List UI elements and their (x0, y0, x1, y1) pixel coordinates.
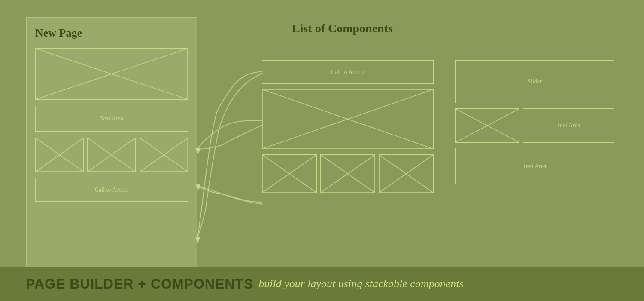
rc-text-area-box: Text Area (455, 148, 614, 184)
rc-half-row: Text Area (455, 108, 614, 143)
mc-img1-wireframe (262, 155, 316, 193)
mc-img2-wireframe (321, 155, 375, 193)
np-img2-wireframe (88, 138, 135, 172)
bottom-bar: PAGE BUILDER + COMPONENTS build your lay… (0, 267, 644, 301)
mc-image-wireframe (262, 89, 433, 149)
np-three-images-row (35, 138, 188, 172)
mc-three-images-row (262, 154, 434, 193)
np-img3-wireframe (140, 138, 188, 172)
np-text-area-box: Text Area (35, 106, 188, 132)
np-image-box (35, 48, 188, 100)
rc-half-text-label: Text Area (557, 122, 580, 129)
middle-column: Call to Action (262, 60, 434, 193)
rc-half-text-box: Text Area (523, 108, 614, 143)
mc-img1 (262, 154, 317, 193)
mc-img3 (379, 154, 434, 193)
mc-img2 (320, 154, 375, 193)
np-img1 (35, 138, 84, 172)
right-column: Slider Text Area Text Area (455, 60, 614, 184)
np-cta-box: Call to Action (35, 178, 188, 202)
new-page-title: New Page (35, 27, 188, 40)
list-components-title: List of Components (292, 22, 393, 35)
bottom-bold-text: PAGE BUILDER + COMPONENTS (26, 276, 253, 292)
mc-image-box (262, 89, 434, 149)
rc-half-img-wireframe (456, 109, 519, 142)
np-cta-label: Call to Action (95, 187, 129, 194)
mc-cta-box: Call to Action (262, 60, 434, 84)
np-img2 (87, 138, 136, 172)
rc-slider-box: Slider (455, 60, 614, 103)
rc-text-area-label: Text Area (523, 163, 547, 170)
bottom-italic-text: build your layout using stackable compon… (258, 277, 463, 290)
np-text-area-label: Text Area (100, 115, 124, 122)
mc-cta-label: Call to Action (331, 69, 365, 76)
rc-slider-label: Slider (527, 78, 541, 85)
np-img1-wireframe (36, 138, 83, 172)
new-page-panel: New Page Text Area (26, 17, 197, 271)
np-img3 (140, 138, 188, 172)
rc-half-img (455, 108, 519, 143)
mc-img3-wireframe (379, 155, 433, 193)
np-image-wireframe (36, 49, 188, 99)
main-container: New Page Text Area (0, 0, 644, 301)
